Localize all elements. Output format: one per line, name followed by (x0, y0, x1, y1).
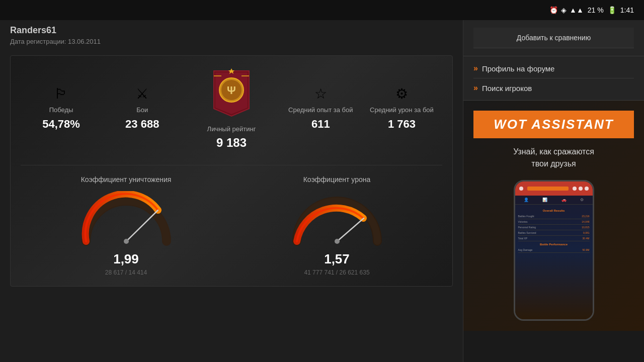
wot-assistant-banner: WOT ASSISTANT Узнай, как сражаютсятвои д… (463, 101, 644, 331)
avg-exp-label: Средний опыт за бой (280, 106, 361, 114)
swords-icon: ⚔ (102, 85, 183, 102)
phone-row-1: Battles Fought 23,216 (518, 214, 590, 219)
avg-damage-value: 1 763 (361, 118, 442, 131)
phone-mockup: 👤 📊 🚗 ⚙ Overall Results Battles Fought 2… (514, 180, 594, 321)
personal-rating-value: 9 183 (183, 136, 280, 150)
forum-profile-link[interactable]: » Профиль на форуме (473, 59, 634, 78)
star-icon: ☆ (280, 85, 361, 102)
svg-point-11 (335, 239, 340, 244)
phone-header (515, 182, 593, 196)
stats-panel: 🏳 Победы 54,78% ⚔ Бои 23 688 (10, 55, 453, 287)
battery-percent: 21 % (588, 6, 604, 14)
damage-gauge: Коэффициент урона (231, 175, 442, 276)
phone-nav-icon-4: ⚙ (580, 198, 584, 202)
personal-rating: Ψ Личный рейтинг 9 183 (183, 66, 280, 150)
phone-row-2: Victories 14,048 (518, 219, 590, 225)
avg-damage-label: Средний урон за бой (361, 106, 442, 114)
phone-dot-2 (573, 187, 577, 191)
phone-val-5: 30.4M (583, 237, 590, 240)
battles-value: 23 688 (102, 118, 183, 131)
phone-content: Overall Results Battles Fought 23,216 Vi… (515, 205, 593, 319)
user-header: Randers61 Дата регистрации: 13.06.2011 (0, 20, 463, 50)
victories-label: Победы (21, 106, 102, 114)
phone-label-5: Total XP (518, 237, 528, 240)
battles-label: Бои (102, 106, 183, 114)
sidebar: Добавить к сравнению » Профиль на форуме… (463, 20, 644, 362)
wot-badge: Ψ (209, 66, 254, 121)
signal-icon: ▲▲ (570, 6, 584, 14)
wot-assistant-subtitle: Узнай, как сражаютсятвои друзья (473, 146, 634, 170)
phone-row-6: Avg Damage 50.9M (518, 247, 590, 253)
personal-rating-label: Личный рейтинг (183, 125, 280, 133)
phone-val-1: 23,216 (582, 215, 589, 218)
avg-damage-stat: ⚙ Средний урон за бой 1 763 (361, 85, 442, 131)
phone-nav-icons: 👤 📊 🚗 ⚙ (515, 196, 593, 205)
destruction-gauge-container (76, 191, 177, 246)
svg-text:Ψ: Ψ (227, 84, 236, 97)
phone-dot-3 (579, 187, 583, 191)
main-content: Randers61 Дата регистрации: 13.06.2011 🏳… (0, 20, 463, 362)
flag-icon: 🏳 (21, 85, 102, 102)
battery-icon: 🔋 (608, 6, 616, 14)
phone-val-3: 10,815 (582, 226, 589, 229)
phone-label-4: Battles Survived (518, 231, 536, 234)
arrow-icon-1: » (473, 64, 478, 73)
wifi-icon: ◈ (561, 6, 567, 14)
phone-label-3: Personal Rating (518, 226, 536, 229)
wot-assistant-title: WOT ASSISTANT (473, 111, 634, 138)
damage-gauge-container (287, 191, 387, 246)
damage-icon: ⚙ (361, 85, 442, 102)
phone-nav-icon-2: 📊 (542, 198, 547, 202)
battles-stat: ⚔ Бои 23 688 (102, 85, 183, 131)
phone-row-5: Total XP 30.4M (518, 236, 590, 241)
phone-val-2: 14,048 (582, 220, 589, 223)
status-bar: ⏰ ◈ ▲▲ 21 % 🔋 1:41 (0, 0, 644, 20)
damage-sub: 41 777 741 / 26 621 635 (231, 269, 442, 276)
phone-val-4: 9,081 (583, 231, 590, 234)
phone-label-6: Avg Damage (518, 248, 533, 251)
phone-section-title: Overall Results (518, 208, 590, 214)
add-comparison-button[interactable]: Добавить к сравнению (473, 28, 634, 48)
avg-exp-stat: ☆ Средний опыт за бой 611 (280, 85, 361, 131)
phone-dot-1 (519, 187, 523, 191)
destruction-gauge: Коэффициент уничтожения (21, 175, 231, 276)
phone-dot-4 (585, 187, 589, 191)
phone-nav-icon-1: 👤 (524, 198, 529, 202)
phone-row-4: Battles Survived 9,081 (518, 230, 590, 236)
victories-value: 54,78% (21, 118, 102, 131)
svg-line-8 (126, 210, 158, 241)
phone-row-3: Personal Rating 10,815 (518, 225, 590, 230)
avg-exp-value: 611 (280, 118, 361, 131)
phone-val-6: 50.9M (583, 248, 590, 251)
clock: 1:41 (620, 6, 634, 14)
damage-label: Коэффициент урона (231, 175, 442, 184)
sidebar-top: Добавить к сравнению (463, 20, 644, 56)
destruction-sub: 28 617 / 14 414 (21, 269, 231, 276)
top-stats: 🏳 Победы 54,78% ⚔ Бои 23 688 (21, 66, 442, 160)
arrow-icon-2: » (473, 83, 478, 93)
phone-label-1: Battles Fought (518, 215, 534, 218)
destruction-value: 1,99 (21, 251, 231, 267)
svg-line-10 (337, 218, 364, 241)
svg-point-9 (124, 239, 129, 244)
phone-label-2: Victories (518, 220, 528, 223)
phone-logo-bar (527, 187, 569, 191)
forum-profile-label: Профиль на форуме (482, 64, 555, 73)
search-players-link[interactable]: » Поиск игроков (473, 78, 634, 98)
gauge-section: Коэффициент уничтожения (21, 165, 442, 276)
victories-stat: 🏳 Победы 54,78% (21, 85, 102, 131)
reg-date: Дата регистрации: 13.06.2011 (10, 38, 453, 45)
phone-section-title-2: Battle Performance (518, 241, 590, 247)
phone-nav-icon-3: 🚗 (561, 198, 567, 202)
search-players-label: Поиск игроков (482, 84, 532, 93)
username: Randers61 (10, 25, 453, 36)
damage-value: 1,57 (231, 251, 442, 267)
phone-screen: 👤 📊 🚗 ⚙ Overall Results Battles Fought 2… (515, 182, 593, 319)
destruction-label: Коэффициент уничтожения (21, 175, 231, 184)
alarm-icon: ⏰ (549, 6, 558, 14)
status-icons: ⏰ ◈ ▲▲ (549, 6, 584, 14)
sidebar-links: » Профиль на форуме » Поиск игроков (463, 56, 644, 101)
